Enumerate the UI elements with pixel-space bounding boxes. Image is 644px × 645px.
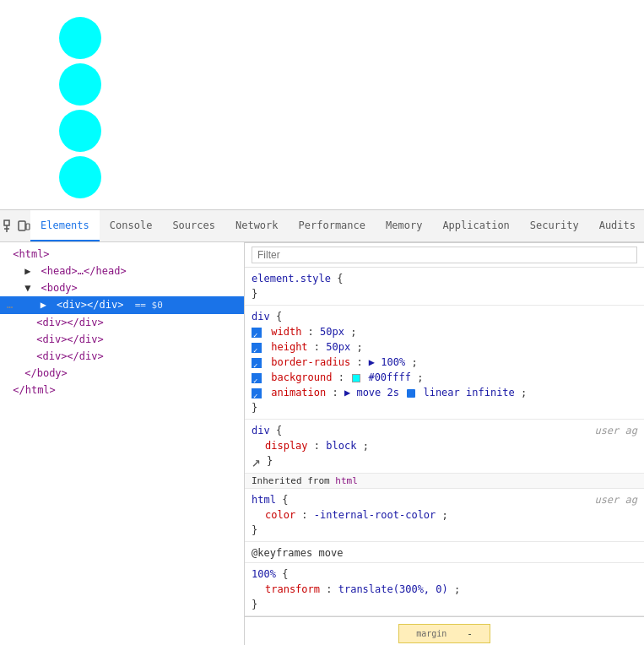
source-label-useragent: user ag (594, 423, 637, 438)
dom-dot: … (7, 299, 13, 311)
tab-application[interactable]: Application (432, 210, 519, 241)
css-brace-open: { (337, 273, 343, 285)
box-model-bar: margin - (245, 616, 644, 646)
animation-icon[interactable] (407, 389, 415, 398)
tab-sources[interactable]: Sources (162, 210, 225, 241)
css-brace-open-div: { (276, 311, 282, 322)
tab-security[interactable]: Security (520, 210, 589, 241)
css-selector-div2: div (252, 425, 270, 436)
css-selector-element: element.style (252, 273, 331, 285)
circle-4 (59, 156, 101, 198)
checkbox-border-radius[interactable] (252, 358, 262, 368)
dom-line-body[interactable]: ▼ <body> (0, 279, 244, 296)
tag-div4: <div></div> (36, 350, 103, 362)
page-area (0, 0, 644, 209)
css-selector-100: 100% (252, 568, 276, 580)
css-value-transform[interactable]: translate(300%, 0) (338, 583, 448, 595)
svg-rect-0 (4, 220, 9, 225)
css-value-animation[interactable]: ▶ move 2s (344, 387, 405, 398)
css-value-color[interactable]: -internal-root-color (314, 509, 436, 521)
css-brace-close: } (252, 288, 257, 300)
tag-div3: <div></div> (36, 333, 103, 345)
tag-html: <html> (13, 248, 49, 260)
dom-line-closehtml[interactable]: </html> (0, 382, 244, 398)
css-selector-html: html (252, 494, 276, 506)
css-prop-background: background (271, 371, 332, 383)
css-value-width[interactable]: 50px (320, 326, 344, 338)
css-value-background[interactable]: #00ffff (368, 371, 411, 383)
css-prop-width: width (271, 326, 301, 338)
checkbox-background[interactable] (252, 373, 262, 383)
devtools-panel: Elements Console Sources Network Perform… (0, 209, 644, 645)
css-brace-close-div: } (252, 402, 257, 414)
css-rule-div-useragent: div { user ag display : block ; ↗ } (245, 420, 644, 474)
tab-performance[interactable]: Performance (289, 210, 376, 241)
keyframes-section: @keyframes move (245, 542, 644, 563)
css-value-border-radius[interactable]: ▶ 100% (369, 356, 405, 368)
css-rule-element-style: element.style { } (245, 268, 644, 306)
dom-line-html[interactable]: <html> (0, 246, 244, 263)
styles-panel: Styles Computed Event Listeners DOM Brea… (245, 242, 644, 645)
dom-line-closebody[interactable]: </body> (0, 365, 244, 382)
css-prop-display: display (265, 440, 308, 452)
tab-elements[interactable]: Elements (30, 210, 100, 241)
devtools-tabs: Elements Console Sources Network Perform… (30, 210, 644, 241)
css-prop-height: height (271, 341, 307, 353)
css-value-display[interactable]: block (326, 440, 356, 452)
color-swatch-bg[interactable] (352, 374, 360, 382)
dom-line-head[interactable]: ▶ <head>…</head> (0, 263, 244, 279)
css-value-animation-extra: linear infinite (423, 387, 514, 398)
arrow-head[interactable]: ▶ (24, 263, 35, 279)
filter-input[interactable] (252, 247, 637, 263)
css-prop-color: color (265, 509, 295, 521)
circle-2 (59, 63, 101, 106)
tab-audits[interactable]: Audits (589, 210, 644, 241)
circle-1 (59, 17, 101, 59)
cursor-arrow: ↗ (252, 453, 261, 470)
tab-network[interactable]: Network (225, 210, 289, 241)
device-icon[interactable] (17, 214, 30, 238)
css-prop-transform: transform (265, 583, 320, 595)
tag-div2: <div></div> (36, 317, 103, 328)
css-selector-div: div (252, 311, 270, 322)
box-model-value: - (467, 628, 473, 639)
svg-rect-4 (26, 224, 30, 230)
tag-div-selected: <div></div> (57, 299, 123, 311)
tag-closehtml: </html> (13, 384, 56, 396)
css-transform-line: transform : translate(300%, 0) ; (252, 583, 460, 595)
keyframes-label: @keyframes move (252, 547, 343, 559)
tab-console[interactable]: Console (100, 210, 163, 241)
dom-line-div4[interactable]: <div></div> (0, 348, 244, 365)
circle-3 (59, 110, 101, 152)
checkbox-width[interactable] (252, 328, 262, 338)
arrow-div-selected[interactable]: ▶ (41, 297, 51, 312)
dom-line-div-selected[interactable]: … ▶ <div></div> == $0 (0, 296, 244, 314)
box-model-label: margin (416, 629, 446, 638)
box-model-item: margin - (398, 624, 490, 643)
selected-badge: == $0 (135, 300, 163, 311)
tag-closebody: </body> (24, 367, 68, 379)
devtools-toolbar: Elements Console Sources Network Perform… (0, 210, 644, 242)
arrow-body[interactable]: ▼ (24, 280, 35, 295)
inspect-icon[interactable] (3, 214, 17, 238)
inherited-tag-ref[interactable]: html (335, 475, 358, 486)
svg-rect-3 (19, 221, 25, 230)
css-color-line: color : -internal-root-color ; (252, 509, 448, 521)
css-rule-div: div { width : 50px ; height : 50px ; bor… (245, 306, 644, 420)
css-display-line: display : block ; (252, 440, 369, 452)
tag-body: <body> (41, 282, 77, 294)
css-value-height[interactable]: 50px (326, 341, 350, 353)
devtools-body: <html> ▶ <head>…</head> ▼ <body> … ▶ <di… (0, 242, 644, 645)
dom-panel: <html> ▶ <head>…</head> ▼ <body> … ▶ <di… (0, 242, 245, 645)
inherited-label: Inherited from html (245, 474, 644, 489)
source-label-html: user ag (594, 492, 637, 507)
css-prop-border-radius: border-radius (271, 356, 350, 368)
checkbox-animation[interactable] (252, 388, 262, 398)
checkbox-height[interactable] (252, 343, 262, 353)
css-rule-html: html { user ag color : -internal-root-co… (245, 489, 644, 542)
dom-line-div2[interactable]: <div></div> (0, 314, 244, 331)
tag-head: <head>…</head> (41, 265, 126, 277)
filter-bar (245, 243, 644, 268)
tab-memory[interactable]: Memory (376, 210, 432, 241)
dom-line-div3[interactable]: <div></div> (0, 331, 244, 348)
